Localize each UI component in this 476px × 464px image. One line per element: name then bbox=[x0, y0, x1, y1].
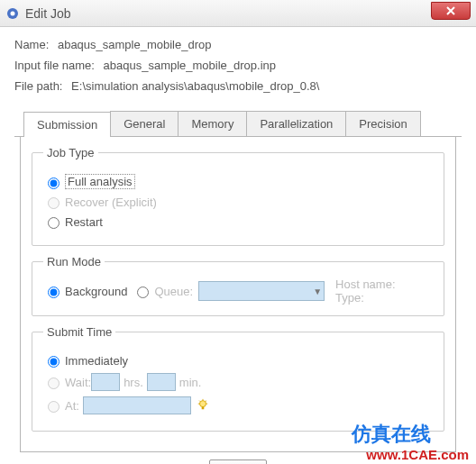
queue-combo[interactable]: ▼ bbox=[198, 281, 325, 301]
tab-parallelization[interactable]: Parallelization bbox=[246, 111, 346, 136]
name-label: Name: bbox=[14, 38, 49, 51]
immediately-option[interactable]: Immediately bbox=[43, 353, 433, 368]
close-icon bbox=[446, 6, 455, 15]
file-path-row: File path: E:\simulation analysis\abaqus… bbox=[14, 79, 462, 93]
restart-label: Restart bbox=[65, 215, 103, 229]
background-option[interactable]: Background bbox=[43, 284, 127, 298]
submission-panel: Job Type Full analysis Recover (Explicit… bbox=[20, 137, 456, 452]
button-bar: OK bbox=[14, 459, 462, 464]
at-radio bbox=[48, 401, 60, 413]
wait-hrs-input bbox=[91, 373, 120, 391]
lightbulb-icon[interactable] bbox=[197, 398, 209, 414]
run-mode-group: Run Mode Background Queue: ▼ Host name: … bbox=[32, 255, 444, 316]
restart-radio[interactable] bbox=[48, 217, 60, 229]
queue-option[interactable]: Queue: bbox=[133, 284, 193, 298]
tab-bar: Submission General Memory Parallelizatio… bbox=[14, 111, 462, 137]
dialog-content: Name: abaqus_sample_mobile_drop Input fi… bbox=[0, 27, 476, 464]
at-time-input bbox=[83, 396, 191, 414]
close-button[interactable] bbox=[431, 2, 471, 20]
queue-label: Queue: bbox=[154, 285, 193, 298]
title-bar: Edit Job bbox=[0, 0, 476, 27]
host-name-label: Host name: bbox=[335, 277, 395, 291]
file-path-value: E:\simulation analysis\abaqus\mobile_dro… bbox=[71, 79, 319, 93]
svg-point-1 bbox=[11, 11, 15, 15]
immediately-label: Immediately bbox=[65, 354, 128, 368]
input-file-row: Input file name: abaqus_sample_mobile_dr… bbox=[14, 59, 462, 72]
tab-submission[interactable]: Submission bbox=[23, 112, 111, 137]
wait-option: Wait: hrs. min. bbox=[43, 373, 433, 391]
at-label: At: bbox=[65, 399, 79, 413]
recover-label: Recover (Explicit) bbox=[65, 196, 157, 209]
submit-time-group: Submit Time Immediately Wait: hrs. min. … bbox=[32, 325, 444, 432]
input-file-label: Input file name: bbox=[14, 59, 95, 72]
tab-general[interactable]: General bbox=[110, 111, 178, 136]
hrs-label: hrs. bbox=[124, 376, 143, 389]
queue-radio[interactable] bbox=[137, 287, 149, 298]
restart-option[interactable]: Restart bbox=[43, 214, 433, 229]
wait-min-input bbox=[147, 373, 176, 391]
svg-rect-3 bbox=[202, 406, 205, 409]
tab-memory[interactable]: Memory bbox=[178, 111, 247, 136]
job-type-legend: Job Type bbox=[43, 146, 98, 159]
window-title: Edit Job bbox=[25, 6, 71, 21]
name-row: Name: abaqus_sample_mobile_drop bbox=[14, 38, 462, 51]
name-value: abaqus_sample_mobile_drop bbox=[58, 38, 212, 51]
input-file-value: abaqus_sample_mobile_drop.inp bbox=[104, 59, 277, 72]
wait-radio bbox=[48, 378, 60, 389]
min-label: min. bbox=[179, 376, 202, 389]
background-label: Background bbox=[65, 285, 127, 298]
run-mode-legend: Run Mode bbox=[43, 255, 105, 268]
host-info: Host name: Type: bbox=[335, 277, 395, 305]
background-radio[interactable] bbox=[48, 287, 60, 298]
immediately-radio[interactable] bbox=[48, 356, 60, 368]
type-label: Type: bbox=[335, 291, 395, 305]
submit-time-legend: Submit Time bbox=[43, 325, 115, 339]
chevron-down-icon: ▼ bbox=[313, 287, 322, 296]
wait-label: Wait: bbox=[65, 376, 91, 389]
tab-precision[interactable]: Precision bbox=[345, 111, 420, 136]
job-type-group: Job Type Full analysis Recover (Explicit… bbox=[32, 146, 444, 246]
full-analysis-option[interactable]: Full analysis bbox=[43, 174, 433, 189]
full-analysis-label: Full analysis bbox=[65, 174, 135, 189]
app-icon bbox=[5, 6, 20, 21]
full-analysis-radio[interactable] bbox=[48, 177, 60, 189]
at-option: At: bbox=[43, 396, 433, 414]
file-path-label: File path: bbox=[14, 79, 62, 93]
ok-button[interactable]: OK bbox=[209, 459, 268, 464]
recover-radio bbox=[48, 197, 60, 209]
recover-option: Recover (Explicit) bbox=[43, 195, 433, 209]
svg-point-2 bbox=[199, 400, 206, 406]
